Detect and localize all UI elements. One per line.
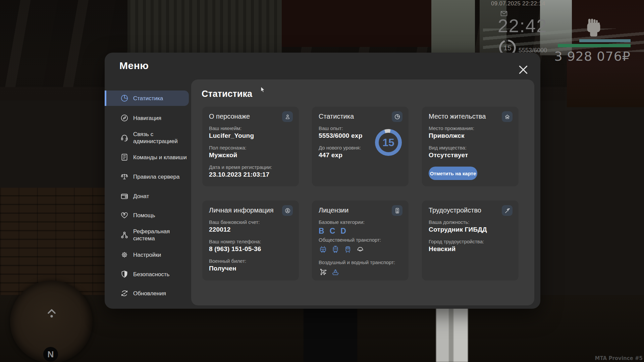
field-label: Дата и время регистрации: (209, 164, 293, 170)
field-value: Отсутствует (429, 151, 513, 159)
public-transport-licenses (319, 245, 402, 254)
card-statistics: Статистика Ваш опыт: 5553/6000 exp До но… (312, 107, 409, 186)
driver-cap-icon (356, 245, 365, 254)
field-label: Место проживания: (429, 125, 513, 131)
compass-icon (120, 114, 129, 122)
sidebar-item-statistics[interactable]: Статистика (105, 90, 189, 106)
shield-icon (120, 270, 129, 279)
field-value: 23.10.2023 21:03:17 (209, 170, 293, 179)
field-label: До нового уровня: (319, 144, 372, 151)
compass-north-badge: N (43, 347, 58, 362)
card-title: Статистика (319, 113, 354, 120)
field-value: 220012 (209, 225, 293, 234)
sidebar-item-label: Статистика (133, 95, 187, 102)
sidebar-item-server-rules[interactable]: Правила сервера (105, 169, 189, 184)
gear-icon (120, 250, 129, 259)
network-icon (120, 231, 129, 239)
menu-panel: Меню Статистика Навигация Связь с админи… (105, 53, 540, 309)
field-label: Ваш никнейм: (209, 125, 293, 131)
field-label: Базовые категории: (319, 219, 402, 225)
tram-icon (331, 245, 340, 254)
exp-ring: 15 (375, 129, 402, 156)
commands-icon (120, 153, 129, 162)
license-category: C (330, 227, 335, 237)
field-value: Получен (209, 264, 293, 273)
sidebar-item-label: Правила сервера (133, 173, 187, 180)
sidebar-item-donate[interactable]: Донат (105, 188, 189, 204)
minimap: N (10, 281, 93, 362)
field-value: 8 (963) 151-05-36 (209, 245, 293, 253)
sidebar-item-commands[interactable]: Команды и клавиши (105, 148, 189, 166)
sidebar-item-label: Безопасность (133, 271, 187, 278)
game-clock: 22:42 (498, 15, 547, 37)
health-bar (558, 44, 631, 47)
id-card-icon (392, 205, 402, 216)
armor-bar (579, 39, 631, 42)
field-label: Общественный транспорт: (319, 237, 402, 243)
sidebar-item-updates[interactable]: Обновления (105, 286, 189, 301)
sidebar-item-label: Обновления (133, 290, 187, 297)
sidebar-item-label: Команды и клавиши (133, 154, 187, 161)
person-icon (282, 111, 293, 122)
air-water-licenses (319, 267, 402, 276)
scales-icon (120, 172, 129, 181)
field-label: Воздушный и водный транспорт: (319, 259, 402, 265)
player-marker-icon (46, 307, 57, 319)
field-label: Ваш опыт: (319, 125, 372, 131)
card-title: Место жительства (429, 113, 486, 120)
heart-handshake-icon (120, 211, 129, 220)
field-label: Город трудоустройства: (429, 238, 513, 245)
sidebar-item-security[interactable]: Безопасность (105, 266, 189, 282)
plane-icon (319, 267, 327, 276)
field-label: Ваш номер телефона: (209, 238, 293, 245)
mark-on-map-button[interactable]: Отметить на карте (429, 167, 477, 180)
house-icon (502, 111, 513, 122)
exp-ring-level: 15 (379, 133, 398, 152)
field-label: Военный билет: (209, 258, 293, 264)
sidebar-item-navigation[interactable]: Навигация (105, 110, 189, 126)
field-label: Ваш банковский счет: (209, 219, 293, 225)
pickaxe-icon (502, 205, 513, 216)
field-value: Lucifer_Young (209, 131, 293, 140)
field-value: 5553/6000 exp (319, 131, 372, 140)
field-value: Мужской (209, 151, 293, 159)
card-title: Трудоустройство (429, 206, 481, 214)
trolleybus-icon (319, 245, 327, 254)
sidebar-item-referral[interactable]: Реферальная система (105, 226, 189, 244)
sidebar-item-label: Навигация (133, 115, 187, 122)
headset-icon (120, 133, 129, 142)
license-categories: B C D (319, 227, 402, 237)
wallet-icon (120, 192, 129, 200)
field-value: Приволжск (429, 131, 513, 140)
sidebar-item-label: Реферальная система (133, 228, 187, 242)
ship-icon (331, 267, 340, 276)
card-residence: Место жительства Место проживания: Приво… (422, 107, 519, 186)
pie-chart-icon (392, 111, 402, 122)
sidebar-item-label: Связь с администрацией (133, 131, 187, 145)
card-licenses: Лицензии Базовые категории: B C D Общест… (312, 200, 409, 281)
field-label: Ваша должность: (429, 219, 513, 225)
field-value: Сотрудник ГИБДД (429, 225, 513, 234)
fist-icon (586, 18, 602, 37)
card-title: Лицензии (319, 206, 348, 214)
card-title: О персонаже (209, 113, 250, 120)
field-label: Вид имущества: (429, 144, 513, 151)
game-screen: 09.07.2025 22:22:14 22:42 3 928 076₽ 15 … (0, 0, 644, 362)
sidebar-item-help[interactable]: Помощь (105, 207, 189, 223)
license-category: D (340, 227, 346, 237)
statistics-content-panel: Статистика О персонаже Ваш никнейм: Luci… (191, 79, 534, 305)
sidebar-item-admin-contact[interactable]: Связь с администрацией (105, 129, 189, 146)
mouse-cursor (261, 86, 266, 94)
close-icon[interactable] (518, 64, 529, 75)
license-category: B (319, 227, 324, 237)
person-circle-icon (282, 205, 293, 216)
refresh-check-icon (120, 289, 129, 298)
field-label: Пол персонажа: (209, 144, 293, 151)
page-title: Статистика (202, 89, 252, 99)
field-value: 447 exp (319, 151, 372, 159)
sidebar-item-label: Помощь (133, 212, 187, 219)
sidebar-item-settings[interactable]: Настройки (105, 247, 189, 262)
menu-title: Меню (119, 60, 149, 71)
card-title: Личная информация (209, 206, 274, 214)
card-personal-info: Личная информация Ваш банковский счет: 2… (202, 200, 299, 281)
